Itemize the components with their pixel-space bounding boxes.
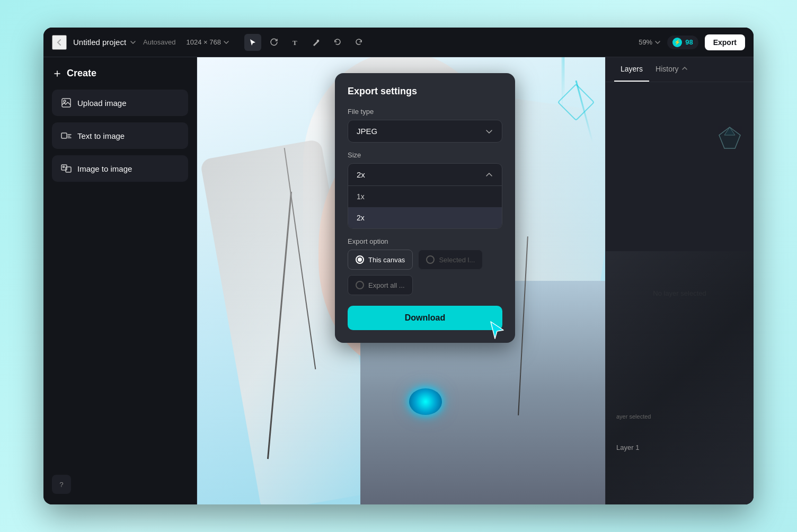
svg-rect-4 xyxy=(61,133,67,138)
autosaved-label: Autosaved xyxy=(143,38,175,46)
credits-icon: ⚡ xyxy=(672,38,682,47)
size-value: 2x xyxy=(357,170,365,179)
file-type-value: JPEG xyxy=(357,127,377,136)
upload-image-label: Upload image xyxy=(77,99,127,108)
this-canvas-label: This canvas xyxy=(368,256,405,264)
layer-1-label: Layer 1 xyxy=(616,444,639,451)
size-select[interactable]: 2x 1x 2x xyxy=(348,163,502,229)
text-to-image-icon xyxy=(60,130,72,141)
export-option-row: This canvas Selected l... xyxy=(348,250,502,270)
select-tool-button[interactable] xyxy=(244,34,261,51)
back-button[interactable] xyxy=(52,35,67,50)
left-sidebar: Create Upload image xyxy=(43,57,197,504)
svg-point-3 xyxy=(64,100,66,102)
file-type-select[interactable]: JPEG xyxy=(348,120,502,143)
size-option-2x[interactable]: 2x xyxy=(348,207,502,228)
zoom-control[interactable]: 59% xyxy=(639,38,661,46)
header: Untitled project Autosaved 1024 × 768 xyxy=(43,28,754,57)
help-icon: ? xyxy=(59,481,63,489)
main-area: Create Upload image xyxy=(43,57,754,504)
image-to-image-label: Image to image xyxy=(77,164,132,173)
layer-sublabel: ayer selected xyxy=(616,413,651,420)
right-panel: Layers History No layer selected ayer se… xyxy=(605,57,754,504)
file-type-label: File type xyxy=(348,108,502,116)
canvas-size-button[interactable]: 1024 × 768 xyxy=(187,38,229,46)
credits-display: ⚡ 98 xyxy=(667,36,698,49)
canvas-size-label: 1024 × 768 xyxy=(187,38,221,46)
toolbar: T xyxy=(244,34,367,51)
cursor-arrow xyxy=(486,320,508,341)
svg-point-1 xyxy=(317,40,318,41)
app-window: Untitled project Autosaved 1024 × 768 xyxy=(43,28,754,504)
size-option-1x-label: 1x xyxy=(357,192,365,201)
help-button[interactable]: ? xyxy=(52,475,71,494)
export-button[interactable]: Export xyxy=(705,34,745,50)
credits-count: 98 xyxy=(685,38,693,46)
project-name-button[interactable]: Untitled project xyxy=(73,38,137,47)
pen-tool-button[interactable] xyxy=(308,34,325,51)
history-tab-label: History xyxy=(656,65,679,73)
size-select-header[interactable]: 2x xyxy=(348,164,502,185)
zoom-level-label: 59% xyxy=(639,38,652,46)
upload-image-button[interactable]: Upload image xyxy=(52,90,188,116)
rotate-tool-button[interactable] xyxy=(265,34,282,51)
download-button[interactable]: Download xyxy=(348,306,502,330)
selected-button[interactable]: Selected l... xyxy=(418,250,483,270)
deco-line xyxy=(562,57,563,110)
size-option-2x-label: 2x xyxy=(357,214,365,222)
export-all-button[interactable]: Export all ... xyxy=(348,275,413,295)
export-all-radio xyxy=(356,281,364,289)
svg-point-7 xyxy=(63,166,65,168)
selected-label: Selected l... xyxy=(439,256,475,264)
export-settings-modal[interactable]: Export settings File type JPEG Size 2x xyxy=(335,73,515,343)
layers-tab-label: Layers xyxy=(621,65,643,73)
right-panel-tabs: Layers History xyxy=(606,57,754,82)
upload-icon xyxy=(60,97,72,109)
size-option-1x[interactable]: 1x xyxy=(348,186,502,207)
redo-button[interactable] xyxy=(350,34,367,51)
selected-radio xyxy=(426,255,435,264)
svg-rect-2 xyxy=(62,99,70,107)
panel-dark-overlay xyxy=(606,251,754,504)
history-tab[interactable]: History xyxy=(649,57,695,82)
image-to-image-button[interactable]: Image to image xyxy=(52,155,188,182)
text-to-image-button[interactable]: Text to image xyxy=(52,122,188,149)
create-section-header: Create xyxy=(52,68,188,79)
text-tool-button[interactable]: T xyxy=(287,34,304,51)
undo-button[interactable] xyxy=(329,34,346,51)
export-all-label: Export all ... xyxy=(368,281,405,289)
size-label: Size xyxy=(348,151,502,159)
canvas-area[interactable]: Export settings File type JPEG Size 2x xyxy=(197,57,605,504)
text-to-image-label: Text to image xyxy=(77,131,125,140)
this-canvas-button[interactable]: This canvas xyxy=(348,250,413,270)
export-option-label: Export option xyxy=(348,237,502,245)
this-canvas-radio xyxy=(356,255,364,264)
create-label: Create xyxy=(67,68,96,79)
modal-title: Export settings xyxy=(348,86,502,97)
download-container: Download xyxy=(348,306,502,330)
sidebar-bottom: ? xyxy=(52,475,188,494)
size-options-list: 1x 2x xyxy=(348,185,502,228)
project-name-label: Untitled project xyxy=(73,38,126,47)
panel-content: No layer selected ayer selected Layer 1 xyxy=(606,82,754,504)
image-to-image-icon xyxy=(60,163,72,174)
deco-gem xyxy=(716,125,743,151)
svg-text:T: T xyxy=(293,39,297,47)
layers-tab[interactable]: Layers xyxy=(614,57,649,82)
